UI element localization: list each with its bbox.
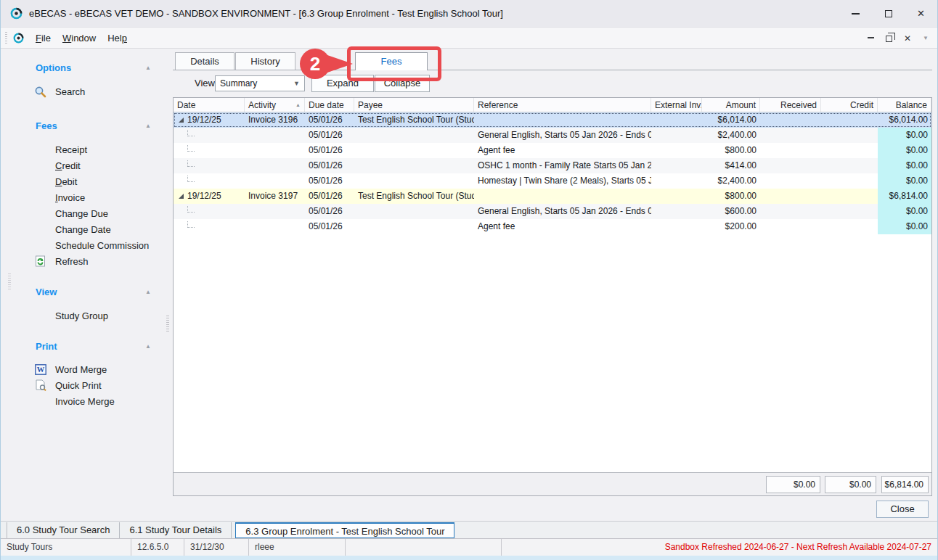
view-label: View bbox=[195, 78, 215, 88]
table-row[interactable]: 05/01/26Agent fee$800.00$0.00 bbox=[174, 143, 931, 158]
sidebar-item-schedule-commission[interactable]: Schedule Commission bbox=[1, 237, 173, 253]
cell-payee bbox=[354, 204, 474, 219]
cell-credit bbox=[821, 173, 878, 189]
sidebar-grip bbox=[8, 273, 11, 291]
sidebar-item-invoice[interactable]: Invoice bbox=[1, 189, 173, 205]
search-icon bbox=[33, 86, 47, 98]
column-header-external[interactable]: External Inv... bbox=[651, 98, 702, 112]
cell-date bbox=[174, 173, 245, 189]
section-view[interactable]: View▲ bbox=[1, 285, 173, 298]
close-window-button[interactable]: ✕ bbox=[905, 0, 937, 27]
table-row[interactable]: 05/01/26Homestay | Twin Share (2 Meals),… bbox=[174, 173, 931, 189]
sidebar-item-receipt[interactable]: Receipt bbox=[1, 141, 173, 157]
collapse-arrow-icon[interactable]: ▲ bbox=[145, 123, 151, 129]
column-header-due[interactable]: Due date bbox=[305, 98, 354, 112]
menu-file[interactable]: File bbox=[36, 33, 51, 44]
cell-due: 05/01/26 bbox=[305, 189, 354, 204]
cell-reference: General English, Starts 05 Jan 2026 - En… bbox=[474, 128, 651, 143]
cell-activity bbox=[245, 128, 305, 143]
table-row[interactable]: 05/01/26Agent fee$200.00$0.00 bbox=[174, 219, 931, 234]
cell-received bbox=[760, 128, 821, 143]
minimize-icon bbox=[852, 13, 860, 15]
cell-payee: Test English School Tour (Stuc▾ bbox=[354, 112, 474, 128]
cell-balance: $6,014.00 bbox=[878, 112, 931, 128]
collapse-arrow-icon[interactable]: ▲ bbox=[145, 289, 151, 295]
table-row[interactable]: 19/12/25Invoice 319605/01/26Test English… bbox=[174, 112, 931, 128]
tree-line bbox=[187, 130, 195, 136]
cell-payee bbox=[354, 158, 474, 173]
column-header-payee[interactable]: Payee bbox=[354, 98, 474, 112]
window-title: eBECAS - eBECAS VET DEMO - SANDBOX ENVIR… bbox=[29, 8, 503, 19]
column-header-amount[interactable]: Amount bbox=[702, 98, 760, 112]
table-row[interactable]: 05/01/26General English, Starts 05 Jan 2… bbox=[174, 204, 931, 219]
section-print[interactable]: Print▲ bbox=[1, 339, 173, 353]
cell-external bbox=[651, 219, 702, 234]
expand-collapse-icon[interactable] bbox=[179, 194, 184, 199]
table-row[interactable]: 19/12/25Invoice 319705/01/26Test English… bbox=[174, 189, 931, 204]
app-menu-icon bbox=[13, 33, 24, 44]
svg-text:W: W bbox=[36, 366, 44, 374]
sidebar-item-change-date[interactable]: Change Date bbox=[1, 221, 173, 237]
cell-external bbox=[651, 112, 702, 128]
collapse-arrow-icon[interactable]: ▲ bbox=[145, 343, 151, 350]
table-row[interactable]: 05/01/26OSHC 1 month - Family Rate Start… bbox=[174, 158, 931, 173]
cell-credit bbox=[821, 189, 878, 204]
sidebar-item-refresh[interactable]: Refresh bbox=[1, 253, 173, 269]
tree-line bbox=[187, 176, 195, 182]
sidebar-item-search[interactable]: Search bbox=[1, 83, 173, 99]
view-select[interactable]: Summary ▼ bbox=[215, 75, 305, 91]
mdi-menu-dropdown-icon[interactable]: ▼ bbox=[923, 35, 929, 41]
table-row[interactable]: 05/01/26General English, Starts 05 Jan 2… bbox=[174, 128, 931, 143]
sidebar-item-quick-print[interactable]: Quick Print bbox=[1, 377, 173, 393]
column-header-activity[interactable]: Activity▲ bbox=[245, 98, 305, 112]
splitter-handle[interactable] bbox=[166, 316, 169, 333]
bottom-tab-study-tour-search[interactable]: 6.0 Study Tour Search bbox=[7, 522, 120, 538]
cell-amount: $200.00 bbox=[702, 219, 760, 234]
mdi-restore-icon bbox=[886, 36, 892, 42]
status-version: 12.6.5.0 bbox=[131, 539, 184, 556]
app-logo-icon bbox=[10, 7, 23, 20]
column-header-date[interactable]: Date bbox=[174, 98, 245, 112]
close-button[interactable]: Close bbox=[876, 501, 929, 518]
cell-balance: $0.00 bbox=[878, 204, 931, 219]
minimize-button[interactable] bbox=[839, 0, 872, 27]
sidebar-item-invoice-merge[interactable]: Invoice Merge bbox=[1, 393, 173, 409]
cell-received bbox=[760, 143, 821, 158]
mdi-close-button[interactable]: ✕ bbox=[904, 31, 911, 44]
column-header-credit[interactable]: Credit bbox=[821, 98, 878, 112]
fees-toolbar: View Summary ▼ Expand Collapse bbox=[173, 73, 932, 93]
maximize-button[interactable] bbox=[872, 0, 905, 27]
sidebar-item-study-group[interactable]: Study Group bbox=[1, 308, 173, 324]
tab-history[interactable]: History bbox=[235, 52, 295, 70]
mdi-restore-button[interactable] bbox=[886, 34, 892, 42]
sidebar-item-credit[interactable]: Credit bbox=[1, 157, 173, 173]
column-header-reference[interactable]: Reference bbox=[474, 98, 651, 112]
bottom-tab-study-tour-details[interactable]: 6.1 Study Tour Details bbox=[120, 522, 232, 538]
cell-credit bbox=[821, 204, 878, 219]
cell-payee bbox=[354, 173, 474, 189]
chevron-down-icon: ▼ bbox=[293, 80, 300, 87]
total-credit-box: $0.00 bbox=[825, 476, 876, 493]
expand-collapse-icon[interactable] bbox=[179, 118, 184, 123]
cell-balance: $0.00 bbox=[878, 143, 931, 158]
sidebar-item-change-due[interactable]: Change Due bbox=[1, 205, 173, 221]
cell-received bbox=[760, 189, 821, 204]
mdi-minimize-button[interactable] bbox=[868, 37, 874, 38]
tab-details[interactable]: Details bbox=[175, 52, 234, 70]
cell-received bbox=[760, 158, 821, 173]
main-area: Options▲ Search Fees▲ Receipt Credit Deb… bbox=[1, 49, 937, 521]
collapse-arrow-icon[interactable]: ▲ bbox=[145, 65, 151, 71]
mdi-minimize-icon bbox=[868, 37, 874, 38]
status-empty bbox=[346, 539, 502, 556]
section-fees[interactable]: Fees▲ bbox=[1, 119, 173, 132]
sidebar-item-debit[interactable]: Debit bbox=[1, 173, 173, 189]
column-header-received[interactable]: Received bbox=[760, 98, 821, 112]
menu-window[interactable]: Window bbox=[62, 33, 96, 44]
section-options[interactable]: Options▲ bbox=[1, 61, 173, 74]
cell-external bbox=[651, 189, 702, 204]
column-header-balance[interactable]: Balance bbox=[878, 98, 931, 112]
bottom-tab-group-enrolment[interactable]: 6.3 Group Enrolment - Test English Schoo… bbox=[235, 522, 454, 538]
menu-help[interactable]: Help bbox=[107, 33, 127, 44]
sidebar-item-word-merge[interactable]: W Word Merge bbox=[1, 361, 173, 377]
cell-date: 19/12/25 bbox=[174, 112, 245, 128]
